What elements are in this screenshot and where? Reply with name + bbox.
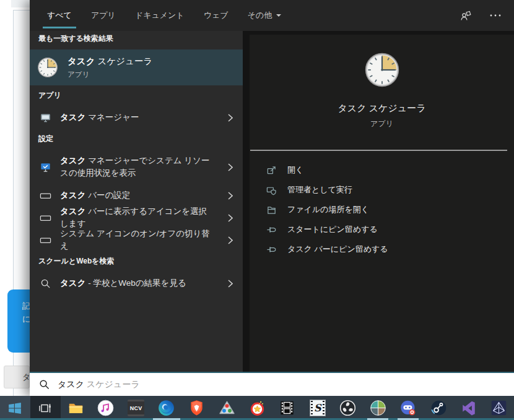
feedback-icon[interactable] <box>460 9 472 22</box>
taskbar-icon-brave[interactable] <box>181 396 212 420</box>
action-open-file-location[interactable]: ファイルの場所を開く <box>266 200 514 220</box>
result-system-resources[interactable]: タスク マネージャーでシステム リソースの使用状況を表示 <box>30 150 243 184</box>
pin-to-start-icon <box>266 225 277 235</box>
search-results-list: 最も一致する検索結果 タスク スケジューラ アプリ アプリ <box>30 31 243 372</box>
chevron-down-icon <box>276 14 281 19</box>
reaper-icon <box>370 400 386 416</box>
chevron-right-icon <box>228 214 233 222</box>
color-triangle-icon <box>219 400 235 416</box>
visual-studio-icon <box>461 400 477 416</box>
action-open[interactable]: 開く <box>266 160 514 180</box>
web-section-header: スクールとWebを検索 <box>30 251 243 272</box>
steam-icon <box>430 400 447 416</box>
tab-all[interactable]: すべて <box>47 0 72 31</box>
bomb-icon <box>249 400 266 416</box>
result-taskbar-settings[interactable]: タスク バーの設定 <box>30 184 243 207</box>
result-system-icons-toggle[interactable]: システム アイコンのオン/オフの切り替え <box>30 229 243 251</box>
background-page-toolbar <box>11 0 30 7</box>
taskbar-icon-edge[interactable] <box>151 396 181 420</box>
taskbar-icon-ornate-s[interactable]: S <box>302 396 333 420</box>
taskbar-settings-icon <box>38 212 52 224</box>
open-icon <box>266 165 277 176</box>
panel-divider <box>243 31 250 372</box>
tab-documents[interactable]: ドキュメント <box>135 0 185 31</box>
task-view-icon <box>38 401 53 416</box>
chevron-right-icon <box>228 163 233 171</box>
run-as-administrator-icon <box>266 185 277 195</box>
obs-studio-icon <box>339 400 356 416</box>
tab-apps[interactable]: アプリ <box>91 0 116 31</box>
result-select-taskbar-icons[interactable]: タスク バーに表示するアイコンを選択します <box>30 207 243 229</box>
taskbar-icon-game-controller[interactable] <box>393 396 424 420</box>
ncv-icon: NCV <box>128 400 144 416</box>
search-flyout: すべて アプリ ドキュメント ウェブ その他 最も一致す <box>30 0 514 396</box>
tab-web[interactable]: ウェブ <box>204 0 229 31</box>
chevron-right-icon <box>228 280 233 288</box>
edge-icon <box>158 400 175 416</box>
task-manager-icon <box>38 112 52 124</box>
wireframe-app-icon <box>490 400 507 416</box>
brave-icon <box>189 400 204 416</box>
best-match-header: 最も一致する検索結果 <box>30 31 243 49</box>
background-page-button[interactable]: タ <box>4 366 30 388</box>
best-match-subtitle: アプリ <box>68 70 152 79</box>
result-task-manager[interactable]: タスク マネージャー <box>30 106 243 129</box>
search-filter-tabbar: すべて アプリ ドキュメント ウェブ その他 <box>30 0 514 31</box>
taskbar-icon-itunes[interactable] <box>90 396 121 420</box>
settings-section-header: 設定 <box>30 129 243 150</box>
system-resources-monitor-icon <box>38 161 52 173</box>
preview-title: タスク スケジューラ <box>338 103 426 114</box>
taskbar-icon-film-strip[interactable] <box>272 396 302 420</box>
search-suggestion-text: スケジューラ <box>84 379 140 390</box>
taskbar-icon-reaper[interactable] <box>363 396 393 420</box>
taskbar-settings-icon <box>38 190 52 202</box>
taskbar-settings-icon <box>38 234 52 246</box>
taskbar-icon-wireframe-app[interactable] <box>484 396 514 420</box>
search-icon <box>39 379 50 390</box>
task-scheduler-clock-icon <box>37 57 58 78</box>
search-typed-text: タスク <box>58 379 84 390</box>
taskbar-icon-file-explorer[interactable] <box>61 396 91 420</box>
best-match-result[interactable]: タスク スケジューラ アプリ <box>30 49 243 85</box>
chevron-right-icon <box>228 236 233 244</box>
apps-section-header: アプリ <box>30 85 243 106</box>
action-pin-to-start[interactable]: スタートにピン留めする <box>266 220 514 239</box>
taskbar-icon-steam[interactable] <box>424 396 454 420</box>
chevron-right-icon <box>228 114 233 122</box>
preview-panel: タスク スケジューラ アプリ 開く <box>250 35 514 372</box>
ornate-s-icon: S <box>310 400 326 416</box>
taskbar-icon-ncv[interactable]: NCV <box>121 396 151 420</box>
taskbar-icon-obs-studio[interactable] <box>333 396 363 420</box>
pin-to-taskbar-icon <box>266 244 277 255</box>
file-explorer-icon <box>68 400 84 416</box>
game-controller-icon <box>399 400 417 417</box>
search-icon <box>38 278 52 289</box>
taskbar-icon-color-triangle[interactable] <box>212 396 242 420</box>
start-button[interactable] <box>0 396 30 420</box>
action-run-as-administrator[interactable]: 管理者として実行 <box>266 180 514 200</box>
action-pin-to-taskbar[interactable]: タスク バーにピン留めする <box>266 239 514 259</box>
chevron-right-icon <box>228 192 233 200</box>
preview-subtitle: アプリ <box>370 119 393 129</box>
film-strip-icon <box>279 400 295 416</box>
windows-logo-icon <box>8 401 22 415</box>
more-icon[interactable] <box>489 14 502 17</box>
task-scheduler-clock-icon <box>364 52 400 88</box>
taskbar: NCV <box>0 396 514 420</box>
taskbar-icon-visual-studio[interactable] <box>453 396 484 420</box>
tab-more[interactable]: その他 <box>248 0 282 31</box>
task-view-button[interactable] <box>30 396 61 420</box>
result-search-web[interactable]: タスク - 学校とWebの結果を見る <box>30 272 243 294</box>
open-file-location-icon <box>266 205 277 215</box>
itunes-icon <box>97 400 114 416</box>
screen: 記 に タ すべて アプリ ドキュメント ウェブ その他 <box>0 0 514 420</box>
search-input[interactable]: タスク スケジューラ <box>30 372 514 396</box>
taskbar-icon-bomb[interactable] <box>242 396 272 420</box>
